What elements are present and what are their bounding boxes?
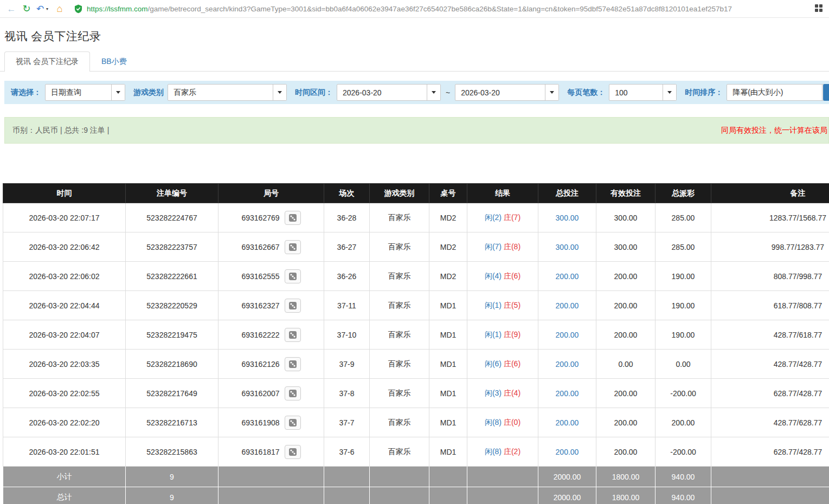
replay-video-button[interactable] <box>285 416 301 430</box>
home-icon[interactable]: ⌂ <box>53 0 67 18</box>
date-from-select[interactable]: 2026-03-20 <box>337 84 441 101</box>
extension-grid-icon[interactable] <box>815 4 825 13</box>
table-row: 2026-03-20 22:06:42523282223757693162667… <box>3 232 829 262</box>
chevron-down-icon[interactable] <box>545 85 558 100</box>
cell-bet-id: 523282217649 <box>126 379 219 408</box>
replay-video-button[interactable] <box>285 240 301 254</box>
undo-dropdown[interactable]: ↶ ▾ <box>35 0 52 18</box>
banker-result: 庄(5) <box>504 301 520 309</box>
total-bet-link[interactable]: 200.00 <box>556 301 579 310</box>
date-to-select[interactable]: 2026-03-20 <box>455 84 559 101</box>
cell-result: 闲(1) 庄(9) <box>467 320 538 350</box>
cell-session: 37-6 <box>324 437 370 467</box>
cell-result: 闲(1) 庄(5) <box>467 291 538 320</box>
game-type-select[interactable]: 百家乐 <box>168 84 287 101</box>
replay-video-button[interactable] <box>285 386 301 400</box>
cell-session: 37-11 <box>324 291 370 320</box>
cell-result: 闲(2) 庄(7) <box>467 203 538 232</box>
chevron-down-icon[interactable] <box>273 85 286 100</box>
browser-toolbar: ← ↻ ↶ ▾ ⌂ https://lssfmm.com/game/betrec… <box>0 0 829 18</box>
search-button[interactable] <box>823 84 829 101</box>
dice-replay-icon <box>288 272 297 281</box>
banker-result: 庄(2) <box>504 447 520 456</box>
subtotal-total-bet: 2000.00 <box>538 467 596 487</box>
round-number: 693162327 <box>241 301 279 310</box>
cell-game-type: 百家乐 <box>370 379 429 408</box>
page-size-value[interactable]: 100 <box>609 85 663 100</box>
banker-result: 庄(6) <box>504 359 520 368</box>
col-header-total-bet: 总投注 <box>538 184 596 203</box>
cell-total-bet: 300.00 <box>538 203 596 232</box>
cell-payout: -200.00 <box>656 437 711 467</box>
cell-remark: 428.77/428.77 <box>711 350 829 379</box>
replay-video-button[interactable] <box>285 299 301 313</box>
cell-valid-bet: 200.00 <box>596 379 656 408</box>
cell-table-no: MD1 <box>429 379 467 408</box>
col-header-round-id: 局号 <box>219 184 324 203</box>
dice-replay-icon <box>288 448 297 456</box>
cell-remark: 428.77/628.77 <box>711 408 829 437</box>
round-number: 693162222 <box>241 331 279 339</box>
cell-result: 闲(7) 庄(8) <box>467 232 538 262</box>
total-bet-link[interactable]: 300.00 <box>556 243 579 251</box>
url-bar[interactable]: https://lssfmm.com/game/betrecord_search… <box>74 4 808 14</box>
summary-currency-total: 币别：人民币 | 总共 :9 注单 | <box>12 126 109 135</box>
cell-remark: 808.77/998.77 <box>711 262 829 291</box>
cell-game-type: 百家乐 <box>370 262 429 291</box>
date-to-value[interactable]: 2026-03-20 <box>455 85 545 100</box>
total-bet-link[interactable]: 200.00 <box>556 418 579 427</box>
cell-payout: 190.00 <box>656 320 711 350</box>
player-result: 闲(7) <box>485 242 502 251</box>
replay-video-button[interactable] <box>285 357 301 371</box>
cell-remark: 628.77/428.77 <box>711 379 829 408</box>
undo-icon[interactable]: ↶ <box>35 0 46 18</box>
cell-remark: 1283.77/1568.77 <box>711 203 829 232</box>
chevron-down-icon[interactable] <box>427 85 440 100</box>
date-mode-select[interactable]: 日期查询 <box>45 84 125 101</box>
cell-valid-bet: 200.00 <box>596 262 656 291</box>
replay-video-button[interactable] <box>285 445 301 459</box>
banker-result: 庄(6) <box>504 272 520 280</box>
sort-select[interactable]: 降幂(由大到小) <box>727 84 829 101</box>
tab-bb-tip[interactable]: BB小费 <box>90 51 138 71</box>
cell-total-bet: 300.00 <box>538 232 596 262</box>
player-result: 闲(4) <box>485 272 502 280</box>
replay-video-button[interactable] <box>285 211 301 225</box>
range-separator: ~ <box>445 88 451 97</box>
back-icon[interactable]: ← <box>4 0 18 18</box>
replay-video-button[interactable] <box>285 328 301 342</box>
cell-result: 闲(8) 庄(2) <box>467 437 538 467</box>
cell-session: 37-9 <box>324 350 370 379</box>
cell-game-type: 百家乐 <box>370 203 429 232</box>
total-bet-link[interactable]: 200.00 <box>556 360 579 369</box>
cell-valid-bet: 0.00 <box>596 350 656 379</box>
url-path: /game/betrecord_search/kind3?GameType=30… <box>148 5 732 13</box>
chevron-down-icon[interactable] <box>111 85 125 100</box>
total-bet-link[interactable]: 200.00 <box>556 448 579 456</box>
total-bet-link[interactable]: 300.00 <box>556 214 579 222</box>
sort-value[interactable]: 降幂(由大到小) <box>727 85 822 100</box>
player-result: 闲(6) <box>485 359 502 368</box>
banker-result: 庄(4) <box>504 389 520 397</box>
total-bet-link[interactable]: 200.00 <box>556 389 579 398</box>
cell-table-no: MD2 <box>429 232 467 262</box>
game-type-value[interactable]: 百家乐 <box>168 85 273 100</box>
total-bet-link[interactable]: 200.00 <box>556 331 579 339</box>
date-from-value[interactable]: 2026-03-20 <box>337 85 427 100</box>
page-size-select[interactable]: 100 <box>609 84 677 101</box>
banker-result: 庄(0) <box>504 418 520 427</box>
round-number: 693162667 <box>241 243 279 251</box>
refresh-icon[interactable]: ↻ <box>20 0 34 18</box>
date-mode-value[interactable]: 日期查询 <box>46 85 111 100</box>
cell-round-id: 693162007 <box>219 379 324 408</box>
undo-caret-icon[interactable]: ▾ <box>46 7 48 11</box>
total-bet-link[interactable]: 200.00 <box>556 272 579 281</box>
tab-betrecord[interactable]: 视讯 会员下注纪录 <box>4 51 90 72</box>
replay-video-button[interactable] <box>285 269 301 283</box>
cell-round-id: 693162126 <box>219 350 324 379</box>
cell-valid-bet: 200.00 <box>596 291 656 320</box>
table-row: 2026-03-20 22:01:51523282215863693161817… <box>3 437 829 467</box>
cell-result: 闲(3) 庄(4) <box>467 379 538 408</box>
chevron-down-icon[interactable] <box>663 85 676 100</box>
filter-bar: 请选择： 日期查询 游戏类别 百家乐 时间区间： 2026-03-20 ~ 20… <box>4 81 829 104</box>
